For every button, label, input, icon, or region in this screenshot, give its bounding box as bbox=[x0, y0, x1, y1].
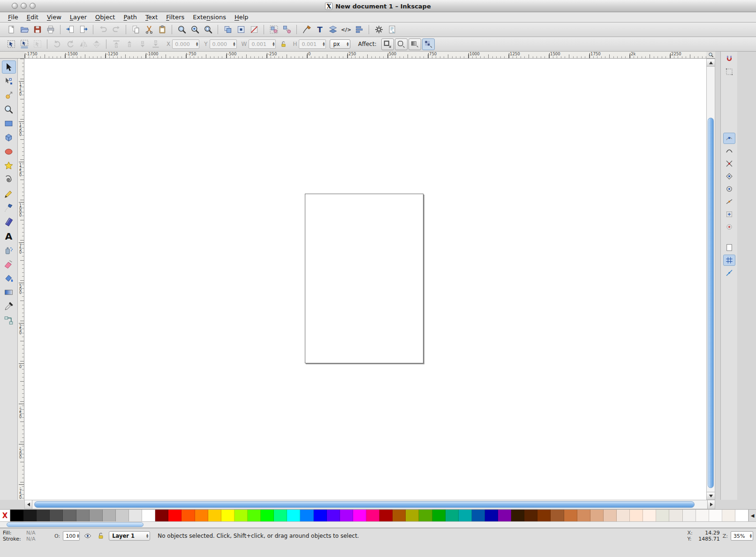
layer-select[interactable]: Layer 1 ▲▼ bbox=[109, 531, 150, 541]
flip-vertical-button[interactable] bbox=[90, 38, 103, 50]
canvas[interactable] bbox=[24, 59, 706, 500]
palette-swatch[interactable] bbox=[735, 510, 748, 521]
zoom-stepper[interactable]: ▲▼ bbox=[750, 534, 752, 538]
y-input[interactable]: 0.000 ▲▼ bbox=[210, 39, 237, 49]
palette-swatch[interactable] bbox=[524, 510, 537, 521]
palette-swatch[interactable] bbox=[683, 510, 696, 521]
snap-guides-button[interactable] bbox=[723, 267, 735, 278]
palette-swatch[interactable] bbox=[340, 510, 353, 521]
palette-swatch[interactable] bbox=[472, 510, 485, 521]
palette-swatch[interactable] bbox=[564, 510, 577, 521]
tweak-tool[interactable] bbox=[2, 89, 16, 102]
menu-file[interactable]: File bbox=[4, 13, 23, 22]
palette-swatch[interactable] bbox=[459, 510, 472, 521]
pencil-tool[interactable] bbox=[2, 187, 16, 200]
print-button[interactable] bbox=[44, 23, 57, 36]
palette-swatch[interactable] bbox=[379, 510, 393, 521]
layer-visibility-toggle[interactable] bbox=[83, 531, 93, 541]
cut-button[interactable] bbox=[143, 23, 155, 36]
palette-swatch[interactable] bbox=[90, 510, 103, 521]
palette-swatch[interactable] bbox=[314, 510, 327, 521]
palette-swatch[interactable] bbox=[103, 510, 116, 521]
palette-swatch[interactable] bbox=[50, 510, 63, 521]
raise-to-top-button[interactable] bbox=[110, 38, 122, 50]
horizontal-ruler[interactable]: -1750-1500-1250-1000-750-500-25002505007… bbox=[24, 52, 706, 59]
width-stepper[interactable]: ▲▼ bbox=[272, 42, 274, 46]
scroll-down-arrow[interactable] bbox=[707, 492, 715, 499]
scroll-right-arrow[interactable] bbox=[707, 500, 715, 509]
select-all-button[interactable] bbox=[5, 38, 17, 50]
width-input[interactable]: 0.001 ▲▼ bbox=[249, 39, 276, 49]
palette-swatch[interactable] bbox=[419, 510, 432, 521]
palette-swatch[interactable] bbox=[498, 510, 511, 521]
palette-swatch[interactable] bbox=[234, 510, 248, 521]
unlink-clone-button[interactable] bbox=[248, 23, 260, 36]
lock-ratio-button[interactable] bbox=[279, 39, 288, 49]
layer-stepper[interactable]: ▲▼ bbox=[146, 534, 148, 538]
xml-editor-button[interactable]: </> bbox=[340, 23, 352, 36]
palette-swatch[interactable] bbox=[208, 510, 221, 521]
copy-button[interactable] bbox=[129, 23, 142, 36]
rotate-cw-button[interactable] bbox=[64, 38, 76, 50]
lower-to-bottom-button[interactable] bbox=[149, 38, 162, 50]
snap-grid-button[interactable] bbox=[723, 255, 735, 266]
y-stepper[interactable]: ▲▼ bbox=[233, 42, 235, 46]
palette-swatch[interactable] bbox=[669, 510, 682, 521]
palette-swatch[interactable] bbox=[274, 510, 287, 521]
lower-button[interactable] bbox=[136, 38, 149, 50]
zoom-tool[interactable] bbox=[2, 103, 16, 116]
palette-swatch[interactable] bbox=[23, 510, 37, 521]
zoom-selection-button[interactable] bbox=[175, 23, 188, 36]
stroke-value[interactable]: N/A bbox=[26, 536, 45, 542]
opacity-input[interactable]: 100 ▲▼ bbox=[63, 531, 80, 541]
zoom-page-button[interactable] bbox=[202, 23, 214, 36]
select-all-layers-button[interactable] bbox=[18, 38, 30, 50]
vertical-ruler[interactable]: 17501500125010007505002500-250-500-750 bbox=[18, 59, 24, 500]
new-document-button[interactable] bbox=[5, 23, 17, 36]
text-dialog-button[interactable]: T bbox=[313, 23, 326, 36]
palette-swatch[interactable] bbox=[63, 510, 76, 521]
palette-swatch[interactable] bbox=[287, 510, 300, 521]
palette-swatch[interactable] bbox=[393, 510, 406, 521]
palette-swatch[interactable] bbox=[327, 510, 340, 521]
duplicate-button[interactable] bbox=[221, 23, 234, 36]
unit-stepper[interactable]: ▲▼ bbox=[347, 42, 348, 46]
palette-swatch[interactable] bbox=[722, 510, 735, 521]
snap-path-intersections-button[interactable] bbox=[723, 158, 735, 169]
fill-value[interactable]: N/A bbox=[26, 530, 45, 536]
flip-horizontal-button[interactable] bbox=[77, 38, 90, 50]
palette-swatch[interactable] bbox=[485, 510, 498, 521]
snap-cusp-nodes-button[interactable] bbox=[723, 171, 735, 182]
snap-midpoints-button[interactable] bbox=[723, 196, 735, 207]
vertical-scroll-thumb[interactable] bbox=[708, 118, 714, 488]
layer-lock-toggle[interactable] bbox=[96, 531, 106, 541]
clone-button[interactable] bbox=[234, 23, 247, 36]
height-stepper[interactable]: ▲▼ bbox=[323, 42, 325, 46]
raise-button[interactable] bbox=[123, 38, 136, 50]
snap-rotation-centers-button[interactable] bbox=[723, 221, 735, 233]
group-button[interactable] bbox=[267, 23, 280, 36]
snap-to-paths-button[interactable] bbox=[723, 145, 735, 157]
palette-swatch[interactable] bbox=[37, 510, 50, 521]
box-3d-tool[interactable] bbox=[2, 131, 16, 144]
palette-swatch[interactable] bbox=[155, 510, 168, 521]
palette-swatch[interactable] bbox=[537, 510, 551, 521]
snap-bounding-box-button[interactable] bbox=[723, 66, 735, 77]
dropper-tool[interactable] bbox=[2, 300, 16, 313]
import-button[interactable] bbox=[64, 23, 76, 36]
scroll-up-arrow[interactable] bbox=[707, 59, 715, 67]
deselect-button[interactable] bbox=[31, 38, 44, 50]
redo-button[interactable] bbox=[110, 23, 122, 36]
palette-swatch[interactable] bbox=[577, 510, 590, 521]
palette-swatch[interactable] bbox=[446, 510, 459, 521]
palette-swatch[interactable] bbox=[353, 510, 366, 521]
palette-swatch[interactable] bbox=[168, 510, 181, 521]
palette-swatch[interactable] bbox=[181, 510, 195, 521]
menu-filters[interactable]: Filters bbox=[162, 13, 189, 22]
palette-swatch[interactable] bbox=[261, 510, 274, 521]
affect-stroke-button[interactable] bbox=[381, 38, 394, 50]
palette-swatch[interactable] bbox=[643, 510, 656, 521]
eraser-tool[interactable] bbox=[2, 257, 16, 271]
palette-swatch[interactable] bbox=[511, 510, 524, 521]
zoom-input[interactable]: 35% ▲▼ bbox=[731, 531, 753, 541]
